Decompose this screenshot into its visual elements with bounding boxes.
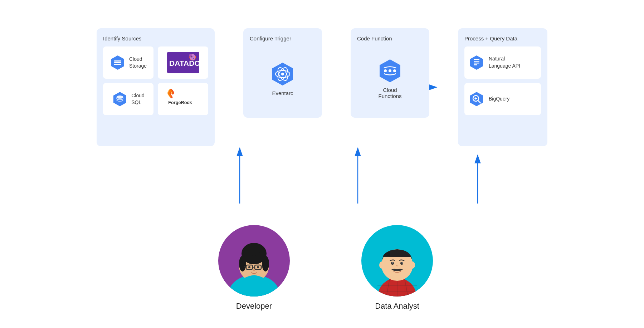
svg-rect-25 — [474, 59, 479, 60]
datadog-card: DATADOG — [158, 46, 208, 79]
analyst-name: Data Analyst — [375, 302, 419, 311]
svg-rect-4 — [114, 64, 121, 65]
developer-avatar — [218, 225, 290, 297]
bigquery-label: BigQuery — [489, 96, 509, 103]
svg-rect-2 — [114, 60, 121, 62]
svg-point-62 — [402, 262, 403, 263]
svg-point-58 — [410, 261, 415, 269]
svg-point-23 — [393, 69, 396, 72]
svg-point-11 — [193, 58, 194, 58]
cloud-sql-icon — [112, 91, 128, 107]
svg-point-46 — [248, 266, 250, 268]
svg-point-38 — [248, 243, 260, 256]
svg-rect-26 — [474, 61, 479, 62]
nlp-api-label: NaturalLanguage API — [489, 55, 520, 69]
cloud-storage-icon — [110, 55, 126, 70]
analyst-persona: Data Analyst — [361, 225, 433, 311]
cloud-sql-card: CloudSQL — [103, 83, 153, 115]
svg-text:DATADOG: DATADOG — [169, 59, 199, 67]
cloud-functions-icon — [377, 58, 402, 83]
diagram-container: Identify Sources CloudStorage — [18, 10, 626, 318]
code-function-title: Code Function — [357, 35, 392, 41]
forgerock-logo: ForgeRock — [166, 87, 200, 111]
svg-point-10 — [191, 56, 192, 58]
svg-point-21 — [384, 69, 387, 72]
cloud-storage-card: CloudStorage — [103, 46, 153, 79]
cloud-sql-label: CloudSQL — [131, 92, 145, 105]
eventarc-label: Eventarc — [272, 90, 293, 96]
svg-rect-28 — [474, 64, 477, 65]
analyst-illustration — [361, 225, 433, 297]
process-query-title: Process + Query Data — [464, 35, 541, 41]
configure-trigger-title: Configure Trigger — [250, 35, 291, 41]
eventarc-icon — [270, 62, 295, 87]
analyst-avatar — [361, 225, 433, 297]
query-items: NaturalLanguage API BigQuery — [464, 46, 541, 115]
stages-row: Identify Sources CloudStorage — [72, 28, 572, 146]
svg-marker-29 — [470, 92, 483, 106]
svg-point-57 — [379, 261, 384, 269]
nlp-api-card: NaturalLanguage API — [464, 46, 541, 79]
identify-sources-box: Identify Sources CloudStorage — [97, 28, 215, 146]
svg-marker-12 — [113, 92, 126, 106]
identify-sources-title: Identify Sources — [103, 35, 208, 41]
svg-text:ForgeRock: ForgeRock — [168, 100, 192, 105]
nlp-api-icon — [469, 55, 484, 70]
developer-name: Developer — [236, 302, 272, 311]
svg-point-47 — [257, 266, 259, 268]
svg-rect-27 — [474, 63, 479, 64]
bigquery-card: BigQuery — [464, 83, 541, 115]
configure-trigger-box: Configure Trigger Eventarc — [243, 28, 322, 118]
forgerock-card: ForgeRock — [158, 83, 208, 115]
trigger-content: Eventarc — [250, 46, 316, 111]
svg-point-61 — [392, 262, 394, 263]
process-query-box: Process + Query Data NaturalLanguage API — [458, 28, 547, 146]
bigquery-icon — [469, 91, 484, 107]
function-content: Cloud Functions — [357, 46, 423, 111]
svg-point-40 — [262, 256, 269, 271]
cloud-functions-label: Cloud Functions — [378, 87, 401, 99]
svg-point-39 — [239, 256, 246, 271]
svg-point-48 — [253, 269, 255, 271]
developer-illustration — [218, 225, 290, 297]
datadog-logo: DATADOG — [167, 52, 199, 73]
svg-rect-3 — [114, 62, 121, 63]
svg-point-19 — [281, 73, 284, 75]
personas-row: Developer — [72, 225, 572, 311]
cloud-storage-label: CloudStorage — [129, 56, 147, 69]
svg-point-22 — [389, 69, 391, 72]
sources-grid: CloudStorage DATADOG — [103, 46, 208, 115]
code-function-box: Code Function Cloud Functions — [351, 28, 429, 118]
developer-persona: Developer — [218, 225, 290, 311]
